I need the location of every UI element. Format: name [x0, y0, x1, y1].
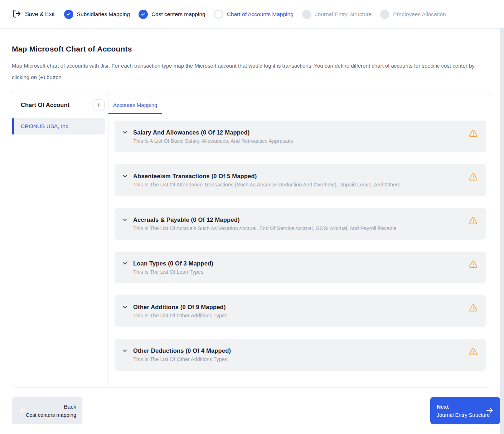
chevron-down-icon[interactable]: [122, 304, 128, 311]
sidebar-header: Chart Of Account +: [12, 92, 108, 118]
stepper-step[interactable]: Journal Entry Structure: [302, 10, 372, 19]
step-label: Journal Entry Structure: [315, 11, 372, 18]
account-section-row[interactable]: Accruals & Payable (0 Of 12 Mapped) This…: [115, 208, 486, 240]
wizard-footer: Back Cost centers mapping Next Journal E…: [0, 397, 504, 424]
section-title: Salary And Allowances (0 Of 12 Mapped): [133, 129, 461, 136]
chevron-down-icon[interactable]: [122, 260, 128, 268]
tab-accounts-mapping[interactable]: Accounts Mapping: [108, 102, 162, 114]
chevron-down-icon[interactable]: [122, 217, 128, 224]
step-status-icon: [302, 10, 311, 19]
account-section-row[interactable]: Loan Types (0 Of 3 Mapped) This Is The L…: [115, 252, 486, 283]
account-section-row[interactable]: Salary And Allowances (0 Of 12 Mapped) T…: [115, 121, 486, 152]
step-label: Chart of Accounts Mapping: [227, 11, 294, 18]
account-sections-list: Salary And Allowances (0 Of 12 Mapped) T…: [108, 114, 492, 371]
chart-of-account-sidebar: Chart Of Account + CRONUS USA, Inc.: [12, 92, 108, 387]
section-description: This Is The List Of Accruals Such As Vac…: [133, 225, 461, 231]
warning-triangle-icon: [469, 260, 478, 270]
save-and-exit-button[interactable]: Save & Exit: [13, 9, 55, 20]
chart-of-accounts-panel: Chart Of Account + CRONUS USA, Inc. Acco…: [12, 92, 492, 387]
warning-triangle-icon: [469, 303, 478, 314]
accounts-mapping-area: Accounts Mapping Salary And Allowances (…: [108, 92, 492, 387]
warning-triangle-icon: [469, 216, 478, 227]
save-and-exit-label: Save & Exit: [25, 11, 55, 18]
section-description: This Is A List Of Basic Salary, Allowanc…: [133, 138, 461, 144]
arrow-right-icon: [485, 406, 494, 416]
step-status-icon: [64, 10, 73, 19]
page-title: Map Microsoft Chart of Accounts: [12, 45, 492, 53]
sidebar-title: Chart Of Account: [21, 102, 69, 108]
step-label: Employees Allocation: [393, 11, 446, 18]
section-title: Accruals & Payable (0 Of 12 Mapped): [133, 216, 461, 223]
exit-door-icon: [13, 9, 22, 20]
back-button[interactable]: Back Cost centers mapping: [12, 397, 82, 424]
step-status-icon: [214, 10, 223, 19]
section-title: Other Additions (0 Of 9 Mapped): [133, 304, 461, 311]
chevron-down-icon[interactable]: [122, 173, 128, 180]
add-chart-of-account-button[interactable]: +: [93, 99, 105, 111]
stepper-step[interactable]: Subsidiaries Mapping: [64, 10, 130, 19]
page-header: Map Microsoft Chart of Accounts Map Micr…: [0, 45, 504, 83]
section-title: Loan Types (0 Of 3 Mapped): [133, 260, 461, 267]
warning-triangle-icon: [469, 347, 478, 358]
section-description: This Is The List Of Attendance Transacti…: [133, 182, 461, 187]
stepper-step[interactable]: Cost centers mapping: [139, 10, 205, 19]
section-description: This Is The List Of Other Additions Type…: [133, 356, 461, 362]
vertical-scrollbar[interactable]: [500, 29, 504, 434]
next-button[interactable]: Next Journal Entry Structure: [430, 397, 500, 424]
step-status-icon: [139, 10, 148, 19]
tab-bar: Accounts Mapping: [108, 92, 492, 114]
sidebar-item-cronus-usa[interactable]: CRONUS USA, Inc.: [12, 118, 105, 135]
account-section-row[interactable]: Other Additions (0 Of 9 Mapped) This Is …: [115, 295, 486, 327]
step-status-icon: [380, 10, 389, 19]
stepper-step[interactable]: Chart of Accounts Mapping: [214, 10, 294, 19]
wizard-stepper: Subsidiaries Mapping Cost centers mappin…: [64, 10, 446, 19]
step-label: Subsidiaries Mapping: [77, 11, 130, 18]
account-section-row[interactable]: Other Deductions (0 Of 4 Mapped) This Is…: [115, 339, 486, 371]
section-description: This Is The List Of Other Additions Type…: [133, 313, 461, 318]
chevron-down-icon[interactable]: [122, 130, 128, 137]
section-description: This Is The List Of Loan Types: [133, 269, 461, 275]
page-description: Map Microsoft chart of accounts with Jis…: [12, 60, 492, 83]
warning-triangle-icon: [469, 129, 478, 140]
chevron-down-icon[interactable]: [122, 348, 128, 355]
account-section-row[interactable]: Absenteeism Transactions (0 Of 5 Mapped)…: [115, 164, 486, 196]
step-label: Cost centers mapping: [151, 11, 205, 18]
warning-triangle-icon: [469, 172, 478, 183]
section-title: Absenteeism Transactions (0 Of 5 Mapped): [133, 173, 461, 180]
section-title: Other Deductions (0 Of 4 Mapped): [133, 347, 461, 354]
arrow-left-icon: [19, 406, 27, 416]
stepper-step[interactable]: Employees Allocation: [380, 10, 446, 19]
wizard-top-bar: Save & Exit Subsidiaries Mapping Cost: [0, 0, 504, 29]
